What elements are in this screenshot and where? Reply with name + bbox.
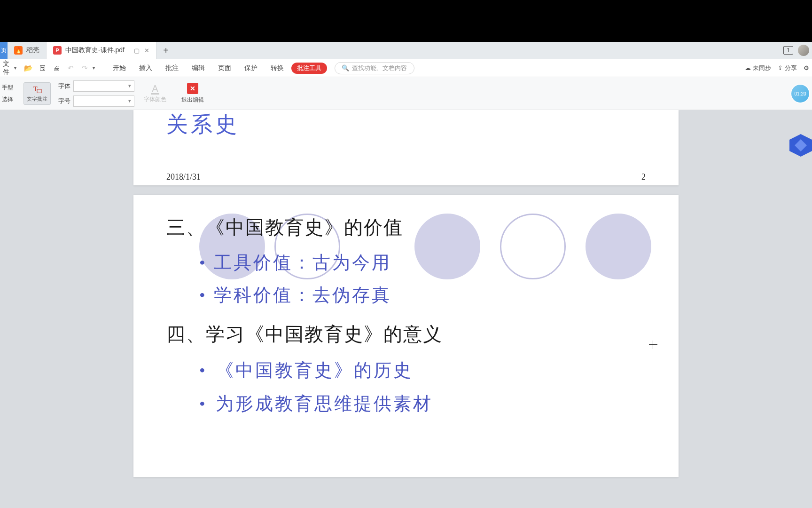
exit-edit-label: 退出编辑 [181, 96, 204, 104]
font-select[interactable]: ▾ [73, 80, 134, 92]
search-input[interactable]: 🔍 查找功能、文档内容 [335, 62, 414, 74]
document-viewport[interactable]: 关系史 2018/1/31 2 三、《中国教育史》的价值 工具价值：古为今用 学… [0, 110, 812, 508]
text-annotation-label: 文字批注 [27, 95, 47, 103]
size-select[interactable]: ▾ [73, 95, 134, 107]
tab-bar-right: 1 [783, 42, 809, 59]
redo-icon[interactable]: ↷ [78, 62, 91, 74]
chevron-down-icon[interactable]: ▾ [14, 65, 16, 71]
pdf-icon: P [53, 46, 62, 55]
page-title-fragment: 关系史 [166, 110, 646, 139]
menu-annotation-tools[interactable]: 批注工具 [291, 63, 327, 74]
page-footer: 2018/1/31 2 [166, 172, 646, 182]
tab-home-label: 稻壳 [26, 46, 39, 55]
tab-window-icon[interactable]: ▢ [134, 47, 140, 54]
bullet-3a: 工具价值：古为今用 [199, 251, 646, 275]
bullet-4b: 为形成教育思维提供素材 [199, 392, 646, 416]
settings-icon[interactable]: ⚙ [804, 64, 809, 71]
bullet-3b: 学科价值：去伪存真 [199, 283, 646, 307]
exit-edit-button[interactable]: ✕ 退出编辑 [181, 83, 204, 104]
tab-add-button[interactable]: + [156, 42, 175, 59]
share-icon: ⇪ [778, 64, 783, 71]
flame-icon: 🔥 [14, 46, 23, 55]
svg-text:T: T [33, 85, 38, 93]
slide-content: 三、《中国教育史》的价值 工具价值：古为今用 学科价值：去伪存真 四、学习《中国… [166, 214, 646, 416]
select-mode[interactable]: 选择 [2, 95, 13, 103]
menu-start[interactable]: 开始 [107, 62, 132, 74]
menu-insert[interactable]: 插入 [133, 62, 158, 74]
font-controls: 字体 ▾ 字号 ▾ [58, 80, 134, 107]
search-placeholder: 查找功能、文档内容 [352, 64, 407, 72]
menu-page[interactable]: 页面 [212, 62, 237, 74]
heading-4: 四、学习《中国教育史》的意义 [166, 321, 646, 347]
tab-document[interactable]: P 中国教育史-课件.pdf ▢ ✕ [47, 42, 156, 59]
tab-home[interactable]: 🔥 稻壳 [8, 42, 47, 59]
app-window: 页 🔥 稻壳 P 中国教育史-课件.pdf ▢ ✕ + 1 文件 ▾ 📂 🖫 🖨… [0, 42, 812, 508]
text-cursor-crosshair [649, 341, 657, 349]
timer-badge[interactable]: 01:20 [791, 85, 809, 103]
share-label: 分享 [785, 64, 797, 72]
pdf-page-3: 三、《中国教育史》的价值 工具价值：古为今用 学科价值：去伪存真 四、学习《中国… [133, 195, 679, 477]
menu-protect[interactable]: 保护 [239, 62, 263, 74]
toolbar: 手型 选择 T 文字批注 字体 ▾ 字号 ▾ A 字体颜色 ✕ 退出编辑 [0, 77, 812, 110]
page-date: 2018/1/31 [166, 172, 201, 182]
folder-open-icon[interactable]: 📂 [22, 62, 34, 74]
menu-edit[interactable]: 编辑 [186, 62, 211, 74]
font-color-label: 字体颜色 [144, 95, 166, 103]
sync-status[interactable]: ☁ 未同步 [745, 64, 771, 72]
sync-label: 未同步 [753, 64, 771, 72]
letterbox-top [0, 0, 812, 42]
bullet-4a: 《中国教育史》的历史 [199, 358, 646, 382]
tab-close-icon[interactable]: ✕ [144, 47, 149, 54]
page-number: 2 [641, 172, 646, 182]
menu-right: ☁ 未同步 ⇪ 分享 ⚙ [745, 64, 809, 72]
size-label: 字号 [58, 97, 70, 105]
heading-3: 三、《中国教育史》的价值 [166, 214, 646, 240]
font-label: 字体 [58, 82, 70, 90]
share-button[interactable]: ⇪ 分享 [778, 64, 797, 72]
text-annotation-icon: T 文字批注 [23, 82, 51, 105]
print-icon[interactable]: 🖨 [50, 62, 62, 74]
hand-mode[interactable]: 手型 [2, 84, 13, 92]
menu-annotate[interactable]: 批注 [160, 62, 184, 74]
menu-convert[interactable]: 转换 [265, 62, 289, 74]
tab-bar: 页 🔥 稻壳 P 中国教育史-课件.pdf ▢ ✕ + 1 [0, 42, 812, 59]
qat-more-icon[interactable]: ▾ [93, 65, 95, 71]
tab-document-label: 中国教育史-课件.pdf [65, 46, 125, 55]
pdf-page-2: 关系史 2018/1/31 2 [133, 110, 679, 185]
close-icon: ✕ [187, 83, 198, 94]
svg-rect-1 [37, 89, 41, 93]
avatar[interactable] [798, 45, 809, 56]
menu-bar: 文件 ▾ 📂 🖫 🖨 ↶ ↷ ▾ 开始 插入 批注 编辑 页面 保护 转换 批注… [0, 59, 812, 77]
text-annotation-tool[interactable]: T 文字批注 [23, 82, 52, 105]
undo-icon[interactable]: ↶ [64, 62, 77, 74]
tab-nav-prev[interactable]: 页 [0, 42, 8, 59]
window-counter[interactable]: 1 [783, 46, 793, 55]
search-icon: 🔍 [342, 64, 349, 71]
save-icon[interactable]: 🖫 [36, 62, 48, 74]
font-color-a-icon: A [151, 84, 159, 95]
widget-diamond-icon [795, 139, 807, 151]
cloud-icon: ☁ [745, 64, 751, 71]
file-menu[interactable]: 文件 [3, 60, 12, 77]
tab-actions: ▢ ✕ [134, 47, 149, 54]
tool-mode-selector: 手型 选择 [2, 84, 16, 103]
font-color-button[interactable]: A 字体颜色 [141, 84, 169, 103]
